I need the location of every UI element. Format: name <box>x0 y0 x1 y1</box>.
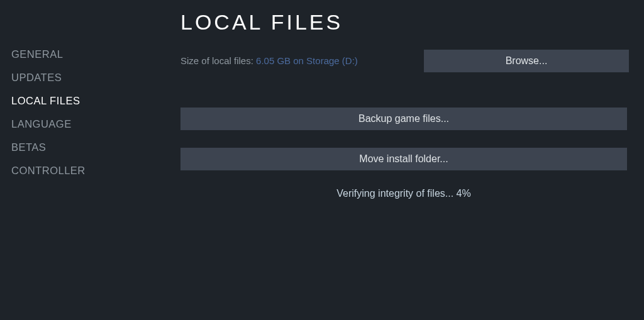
sidebar-item-local-files[interactable]: LOCAL FILES <box>11 89 148 113</box>
settings-sidebar: GENERAL UPDATES LOCAL FILES LANGUAGE BET… <box>0 0 148 320</box>
move-install-folder-button[interactable]: Move install folder... <box>180 148 627 170</box>
verify-status-text: Verifying integrity of files... 4% <box>180 188 627 199</box>
sidebar-item-controller[interactable]: CONTROLLER <box>11 159 148 182</box>
size-label-text: Size of local files: <box>180 55 256 66</box>
page-title: LOCAL FILES <box>180 10 629 35</box>
sidebar-item-language[interactable]: LANGUAGE <box>11 113 148 136</box>
browse-button[interactable]: Browse... <box>424 50 629 72</box>
backup-game-files-button[interactable]: Backup game files... <box>180 108 627 130</box>
sidebar-item-general[interactable]: GENERAL <box>11 43 148 66</box>
size-row: Size of local files: 6.05 GB on Storage … <box>180 50 629 72</box>
size-value: 6.05 GB on Storage (D:) <box>256 55 358 66</box>
size-label: Size of local files: 6.05 GB on Storage … <box>180 55 358 67</box>
main-panel: LOCAL FILES Size of local files: 6.05 GB… <box>148 0 644 320</box>
sidebar-item-betas[interactable]: BETAS <box>11 136 148 159</box>
sidebar-item-updates[interactable]: UPDATES <box>11 66 148 89</box>
